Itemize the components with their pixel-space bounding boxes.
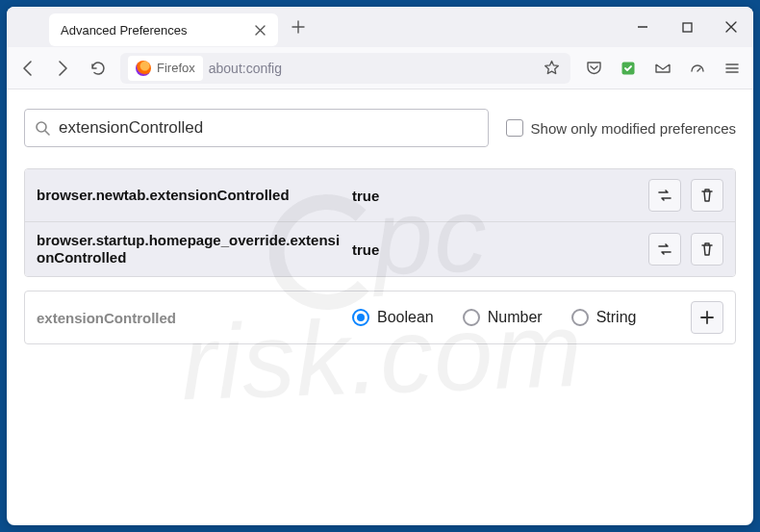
radio-label: Number [488, 309, 543, 326]
new-tab-button[interactable] [284, 13, 313, 41]
checkbox-label: Show only modified preferences [531, 120, 736, 137]
back-button[interactable] [13, 53, 43, 84]
svg-rect-0 [683, 23, 692, 32]
delete-button[interactable] [691, 233, 723, 266]
pref-row[interactable]: browser.startup.homepage_override.extens… [25, 222, 735, 276]
reload-button[interactable] [82, 53, 113, 84]
show-modified-checkbox[interactable]: Show only modified preferences [506, 119, 736, 137]
pocket-icon[interactable] [578, 53, 609, 84]
mail-icon[interactable] [647, 53, 678, 84]
identity-label: Firefox [157, 61, 195, 75]
row-actions [648, 233, 723, 266]
new-pref-name: extensionControlled [37, 310, 344, 326]
add-button[interactable] [691, 301, 723, 334]
toggle-button[interactable] [648, 179, 681, 212]
search-row: Show only modified preferences [24, 109, 736, 147]
titlebar: Advanced Preferences [7, 7, 753, 47]
browser-window: Advanced Preferences [7, 7, 753, 525]
radio-boolean[interactable]: Boolean [352, 309, 434, 326]
pref-name: browser.newtab.extensionControlled [37, 187, 344, 204]
pref-value: true [344, 188, 648, 204]
radio-icon [352, 309, 369, 326]
preferences-table: browser.newtab.extensionControlled true … [24, 168, 736, 277]
search-input[interactable] [59, 118, 478, 138]
radio-string[interactable]: String [571, 309, 637, 326]
delete-button[interactable] [691, 179, 723, 212]
checkbox-icon [506, 119, 523, 137]
url-bar[interactable]: Firefox about:config [120, 53, 570, 84]
radio-label: Boolean [377, 309, 434, 326]
maximize-button[interactable] [665, 7, 709, 47]
radio-label: String [596, 309, 637, 326]
row-actions [648, 179, 723, 212]
window-controls [621, 7, 753, 47]
radio-icon [463, 309, 480, 326]
identity-box[interactable]: Firefox [128, 56, 203, 81]
extension-icon[interactable] [613, 53, 644, 84]
firefox-logo-icon [136, 61, 151, 76]
radio-number[interactable]: Number [463, 309, 543, 326]
navigation-toolbar: Firefox about:config [7, 47, 753, 89]
close-tab-icon[interactable] [253, 23, 266, 37]
new-pref-row: extensionControlled Boolean Number Strin… [24, 291, 736, 344]
browser-tab[interactable]: Advanced Preferences [49, 13, 278, 46]
pref-name: browser.startup.homepage_override.extens… [37, 232, 344, 266]
type-options: Boolean Number String [344, 309, 691, 326]
toggle-button[interactable] [648, 233, 681, 266]
app-menu-icon[interactable] [717, 53, 747, 84]
minimize-button[interactable] [621, 7, 665, 47]
url-text: about:config [209, 61, 534, 76]
pref-row[interactable]: browser.newtab.extensionControlled true [25, 169, 735, 222]
radio-icon [571, 309, 589, 326]
close-window-button[interactable] [709, 7, 753, 47]
tab-title: Advanced Preferences [61, 23, 247, 38]
search-box[interactable] [24, 109, 489, 147]
bookmark-star-icon[interactable] [540, 57, 563, 80]
config-content: Show only modified preferences browser.n… [7, 89, 753, 364]
forward-button[interactable] [47, 53, 78, 84]
search-icon [35, 120, 51, 137]
pref-value: true [344, 241, 648, 258]
dashboard-icon[interactable] [682, 53, 713, 84]
